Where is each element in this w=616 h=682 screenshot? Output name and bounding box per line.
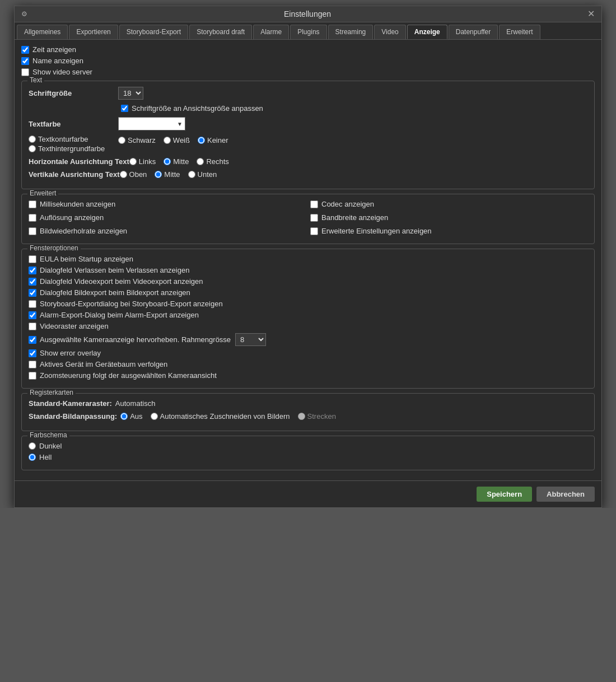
outline-weiss: Weiß [164, 136, 190, 144]
millisekunden-label[interactable]: Millisekunden anzeigen [40, 200, 115, 208]
adapt-schriftgroesse-row: Schriftgröße an Ansichtsgröße anpassen [121, 104, 587, 113]
aktives-geraet-checkbox[interactable] [29, 361, 36, 368]
adapt-schriftgroesse-label[interactable]: Schriftgröße an Ansichtsgröße anpassen [132, 104, 263, 113]
aufloesung-label[interactable]: Auflösung anzeigen [40, 213, 104, 222]
h-rechts-radio[interactable] [197, 158, 204, 165]
tab-plugins[interactable]: Plugins [290, 25, 326, 39]
tab-streaming[interactable]: Streaming [328, 25, 374, 39]
codec-label[interactable]: Codec anzeigen [321, 200, 374, 208]
settings-window: ⚙ Einstellungen ✕ Allgemeines Exportiere… [14, 6, 602, 508]
v-mitte-label[interactable]: Mitte [164, 170, 180, 179]
farbschema-hell-label[interactable]: Hell [39, 453, 52, 461]
zeit-anzeigen-label[interactable]: Zeit anzeigen [32, 45, 76, 54]
name-anzeigen-checkbox[interactable] [21, 57, 29, 65]
h-links-radio[interactable] [129, 158, 137, 165]
dialogfeld-bildexport-checkbox[interactable] [29, 289, 36, 297]
zoom-label[interactable]: Zoomsteuerung folgt der ausgewählten Kam… [40, 371, 217, 380]
save-button[interactable]: Speichern [477, 487, 532, 502]
v-oben-radio[interactable] [120, 171, 127, 178]
storyboard-exportdialog-label[interactable]: Storyboard-Exportdialog bei Storyboard-E… [40, 300, 223, 308]
dialogfeld-videoexport-label[interactable]: Dialogfeld Videoexport beim Videoexport … [40, 277, 203, 286]
tab-erweitert[interactable]: Erweitert [499, 25, 540, 39]
dialogfeld-bildexport-label[interactable]: Dialogfeld Bildexport beim Bildexport an… [40, 288, 190, 297]
eula-checkbox[interactable] [29, 255, 36, 263]
tab-anzeige[interactable]: Anzeige [407, 25, 447, 39]
schriftgroesse-select[interactable]: 89101112141618202224 [118, 87, 143, 100]
h-links-label[interactable]: Links [139, 157, 156, 166]
eula-label[interactable]: EULA beim Startup anzeigen [40, 255, 133, 263]
bildanpassung-row: Standard-Bildanpassung: Aus Automatische… [29, 412, 587, 421]
h-mitte-radio[interactable] [164, 158, 171, 165]
textkonturfarbe-radio[interactable] [29, 136, 36, 143]
outline-schwarz-radio[interactable] [118, 137, 125, 144]
codec-checkbox[interactable] [310, 200, 318, 208]
bildwiederholrate-checkbox[interactable] [29, 227, 36, 235]
h-mitte-label[interactable]: Mitte [173, 157, 189, 166]
close-button[interactable]: ✕ [587, 10, 595, 18]
v-unten-radio[interactable] [188, 171, 195, 178]
vertikale-ausrichtung-label: Vertikale Ausrichtung Text [29, 170, 120, 179]
show-error-overlay-checkbox[interactable] [29, 349, 36, 357]
bandbreite-label[interactable]: Bandbreite anzeigen [321, 213, 388, 222]
bildwiederholrate-label[interactable]: Bildwiederholrate anzeigen [40, 227, 127, 235]
tab-storyboard-draft[interactable]: Storyboard draft [189, 25, 252, 39]
videoraster-label[interactable]: Videoraster anzeigen [40, 322, 109, 330]
dialogfeld-verlassen-checkbox[interactable] [29, 267, 36, 274]
tab-video[interactable]: Video [374, 25, 405, 39]
h-rechts: Rechts [197, 157, 228, 166]
textfarbe-dropdown[interactable]: ▼ [118, 117, 185, 130]
aufloesung-checkbox[interactable] [29, 214, 36, 222]
tab-alarme[interactable]: Alarme [253, 25, 289, 39]
show-video-server-checkbox[interactable] [21, 68, 29, 76]
h-rechts-label[interactable]: Rechts [206, 157, 228, 166]
bildanpassung-aus-radio[interactable] [120, 413, 128, 420]
alarm-export-checkbox[interactable] [29, 311, 36, 319]
outline-keiner-label[interactable]: Keiner [207, 136, 228, 144]
millisekunden-checkbox[interactable] [29, 200, 36, 208]
aktives-geraet-label[interactable]: Aktives Gerät im Gerätebaum verfolgen [40, 360, 167, 368]
tab-allgemeines[interactable]: Allgemeines [17, 25, 68, 39]
show-error-overlay-label[interactable]: Show error overlay [40, 349, 101, 357]
outline-weiss-radio[interactable] [164, 137, 171, 144]
videoraster-checkbox[interactable] [29, 323, 36, 330]
bildanpassung-strecken-radio[interactable] [298, 413, 305, 420]
textkonturfarbe-label[interactable]: Textkonturfarbe [38, 135, 88, 143]
tab-storyboard-export[interactable]: Storyboard-Export [119, 25, 188, 39]
erweiterte-einstellungen-checkbox[interactable] [310, 227, 318, 235]
bildanpassung-auto-label[interactable]: Automatisches Zuschneiden von Bildern [160, 412, 290, 421]
zoom-checkbox[interactable] [29, 372, 36, 380]
adapt-schriftgroesse-checkbox[interactable] [121, 105, 128, 112]
rahmen-select[interactable]: 12345678910 [235, 333, 266, 346]
show-video-server-label[interactable]: Show video server [32, 68, 92, 76]
v-unten-label[interactable]: Unten [198, 170, 217, 179]
erweiterte-einstellungen-label[interactable]: Erweiterte Einstellungen anzeigen [321, 227, 432, 235]
tab-datenpuffer[interactable]: Datenpuffer [449, 25, 498, 39]
alarm-export-label[interactable]: Alarm-Export-Dialog beim Alarm-Export an… [40, 311, 199, 319]
bildanpassung-aus-label[interactable]: Aus [130, 412, 142, 421]
bildanpassung-strecken-label[interactable]: Strecken [307, 412, 336, 421]
storyboard-exportdialog-checkbox[interactable] [29, 300, 36, 308]
farbschema-dunkel-label[interactable]: Dunkel [39, 442, 62, 450]
v-mitte-radio[interactable] [155, 171, 162, 178]
texthintergrundfarbe-label[interactable]: Texthintergrundfarbe [38, 144, 105, 153]
outline-schwarz-label[interactable]: Schwarz [128, 136, 156, 144]
name-anzeigen-label[interactable]: Name anzeigen [32, 57, 83, 65]
bandbreite-checkbox[interactable] [310, 214, 318, 222]
farbschema-group-title: Farbschema [27, 431, 69, 439]
tab-exportieren[interactable]: Exportieren [69, 25, 118, 39]
outline-weiss-label[interactable]: Weiß [173, 136, 190, 144]
texthintergrundfarbe-radio[interactable] [29, 145, 36, 152]
dialogfeld-videoexport-checkbox[interactable] [29, 278, 36, 286]
farbschema-hell-radio[interactable] [29, 454, 36, 461]
rahmen-label[interactable]: Ausgewählte Kameraanzeige hervorheben. R… [40, 335, 231, 344]
bildanpassung-auto-radio[interactable] [151, 413, 158, 420]
dialogfeld-verlassen-label[interactable]: Dialogfeld Verlassen beim Verlassen anze… [40, 266, 189, 274]
v-oben-label[interactable]: Oben [129, 170, 147, 179]
outline-keiner-radio[interactable] [198, 137, 205, 144]
outline-keiner: Keiner [198, 136, 228, 144]
cancel-button[interactable]: Abbrechen [536, 487, 595, 502]
rahmen-checkbox[interactable] [29, 336, 36, 344]
kameraraster-row: Standard-Kameraraster: Automatisch [29, 399, 587, 408]
zeit-anzeigen-checkbox[interactable] [21, 46, 29, 54]
farbschema-dunkel-radio[interactable] [29, 442, 36, 450]
